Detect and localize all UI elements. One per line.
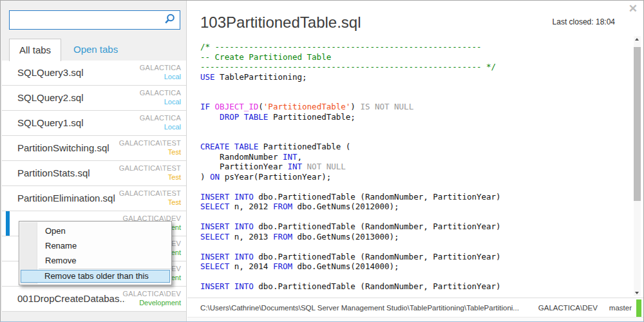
code-line: DROP TABLE PartitionedTable; [200,112,624,122]
row-server: GALACTICA [140,114,181,122]
code-line [200,242,624,252]
code-line [200,272,624,282]
status-bar: C:\Users\Cathrine\Documents\SQL Server M… [187,298,643,318]
list-item[interactable]: SQLQuery2.sql GALACTICA Local [2,86,186,111]
code-line: -- Create Partitioned Table [200,52,624,62]
code-line: PartitionYear INT NOT NULL [200,162,624,172]
closed-tabs-popup: All tabs Open tabs SQLQuery3.sql GALACTI… [0,0,644,322]
code-line: ) ON psYear(PartitionYear); [200,172,624,182]
preview-panel: ✕ 103PartitionedTable.sql Last closed: 1… [187,1,643,321]
file-name: SQLQuery2.sql [17,86,84,110]
code-line: SELECT n, 2012 FROM dbo.GetNums(2012000)… [200,202,624,212]
preview-title: 103PartitionedTable.sql [200,14,361,32]
row-environment: Local [140,122,181,132]
row-environment: Test [119,198,181,207]
code-line: INSERT INTO dbo.PartitionedTable (Random… [200,192,624,202]
menu-item-remove[interactable]: Remove [19,253,171,268]
scroll-up-icon[interactable] [635,38,639,41]
code-line: USE TablePartitioning; [200,72,624,82]
row-server: GALACTICA\TEST [119,189,181,198]
file-name: SQLQuery3.sql [17,61,84,85]
row-environment: Local [140,72,181,82]
menu-separator [39,269,171,269]
menu-item-remove-tabs-older[interactable]: Remove tabs older than this [21,270,170,283]
row-labels: GALACTICA\TEST Test [119,164,181,182]
code-line [200,122,624,132]
context-menu: Open Rename Remove Remove tabs older tha… [19,221,172,285]
file-name: PartitionElimination.sql [17,186,115,211]
code-area: /* -------------------------------------… [200,42,624,292]
tab-all-tabs[interactable]: All tabs [9,39,61,61]
search-icon [164,17,176,27]
row-labels: GALACTICA\TEST Test [119,139,181,157]
last-closed-label: Last closed: 18:04 [553,17,615,26]
code-line: INSERT INTO dbo.PartitionedTable (Random… [200,281,624,292]
environment-indicator [636,299,641,317]
code-line: SELECT n, 2014 FROM dbo.GetNums(2014000)… [200,261,624,272]
code-line: ----------------------------------------… [200,62,624,72]
status-server: GALACTICA\DEV [538,304,598,312]
row-server: GALACTICA [140,64,181,72]
file-name: SQLQuery1.sql [17,111,84,135]
list-item[interactable]: PartitionSwitching.sql GALACTICA\TEST Te… [2,136,186,161]
status-right: GALACTICA\DEV master [535,304,632,312]
list-item[interactable]: PartitionElimination.sql GALACTICA\TEST … [2,186,186,211]
row-environment: Development [122,298,181,308]
file-name: PartitionSwitching.sql [17,136,109,160]
search-box [9,10,180,30]
row-environment: Local [140,97,181,107]
code-line [200,182,624,192]
row-server: GALACTICA [140,89,181,97]
file-name: PartitionStats.sql [17,161,90,185]
row-server: GALACTICA\TEST [119,164,181,173]
code-line: RandomNumber INT, [200,152,624,162]
row-labels: GALACTICA Local [140,89,181,107]
list-item[interactable]: SQLQuery1.sql GALACTICA Local [2,111,186,136]
file-name: 001DropCreateDatabas... [17,287,126,311]
row-server: GALACTICA\TEST [119,139,181,147]
row-server: GALACTICA\DEV [122,290,181,298]
list-item[interactable]: PartitionStats.sql GALACTICA\TEST Test [2,161,186,186]
code-line [200,82,624,92]
scroll-down-icon[interactable] [635,292,639,294]
code-line: INSERT INTO dbo.PartitionedTable (Random… [200,222,624,232]
list-item[interactable]: SQLQuery3.sql GALACTICA Local [2,61,186,86]
search-input[interactable] [13,12,162,29]
code-line: CREATE TABLE PartitionedTable ( [200,142,624,152]
code-line [200,92,624,102]
code-line: IF OBJECT_ID('PartitionedTable') IS NOT … [200,102,624,112]
scrollbar[interactable] [634,36,641,296]
list-item[interactable]: 001DropCreateDatabas... GALACTICA\DEV De… [2,287,186,312]
bottom-strip [187,317,643,321]
close-button[interactable]: ✕ [625,2,641,15]
row-labels: GALACTICA\TEST Test [119,189,181,207]
row-environment: Test [119,147,181,157]
close-icon: ✕ [629,3,638,15]
row-labels: GALACTICA\DEV Development [122,290,181,308]
tab-open-tabs[interactable]: Open tabs [66,39,125,61]
menu-item-rename[interactable]: Rename [19,238,171,253]
row-environment: Test [119,173,181,182]
selection-indicator [6,211,10,236]
code-line [200,212,624,222]
code-line: INSERT INTO dbo.PartitionedTable (Random… [200,252,624,262]
file-path: C:\Users\Cathrine\Documents\SQL Server M… [200,304,519,312]
status-database: master [609,304,632,312]
code-line: SELECT n, 2013 FROM dbo.GetNums(2013000)… [200,232,624,242]
menu-item-open[interactable]: Open [19,223,171,238]
row-labels: GALACTICA Local [140,64,181,82]
code-line [200,132,624,142]
code-line: /* -------------------------------------… [200,42,624,52]
scrollbar-thumb[interactable] [634,47,641,201]
search-button[interactable] [161,13,178,27]
row-labels: GALACTICA Local [140,114,181,132]
